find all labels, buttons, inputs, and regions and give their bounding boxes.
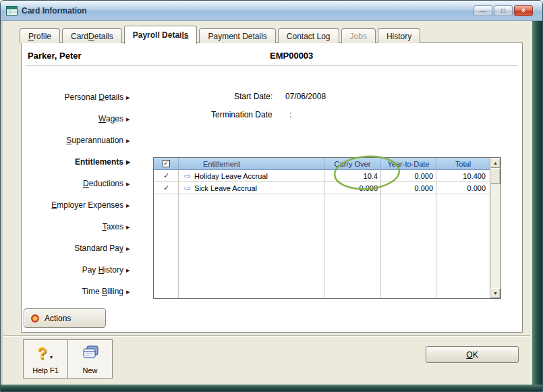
tab-payroll-details[interactable]: Payroll Details [124,26,198,44]
nav-arrow-icon: ▸ [126,179,135,188]
nav-time-billing[interactable]: Time Billing ▸ [22,281,135,302]
close-button[interactable]: × [514,5,533,16]
zoom-arrow-icon[interactable]: ⇨ [184,172,191,180]
table-header-row: ✓ Entitlement Carry Over Year-to-Date To… [154,158,490,170]
actions-icon [31,314,39,323]
help-question-icon: ? [38,345,47,362]
nav-arrow-icon: ▸ [126,287,135,296]
select-all-checkbox[interactable]: ✓ [163,160,170,167]
window-edge-bottom [1,385,542,391]
cell-carry-over[interactable]: 10.4 [324,170,381,181]
tab-card-details[interactable]: Card Details [62,28,122,43]
nav-standard-pay[interactable]: Standard Pay ▸ [22,237,135,259]
nav-arrow-icon: ▸ [126,244,135,253]
help-dropdown-icon[interactable]: ▼ [49,355,54,360]
window-edge-left [1,21,3,385]
scroll-down-icon[interactable]: ▼ [490,288,501,298]
cell-total: 0.000 [436,182,490,194]
nav-personal-details[interactable]: Personal Details ▸ [22,86,135,108]
maximize-button[interactable]: □ [494,5,513,16]
nav-wages[interactable]: Wages ▸ [22,108,135,130]
nav-arrow-icon: ▸ [126,115,135,123]
nav-superannuation[interactable]: Superannuation ▸ [22,130,135,151]
zoom-arrow-icon[interactable]: ⇨ [184,184,191,192]
scrollbar-thumb[interactable] [490,168,501,184]
nav-entitlements[interactable]: Entitlements ▸ [22,151,135,173]
payroll-section-nav: Personal Details ▸ Wages ▸ Superannuatio… [22,86,135,302]
termination-date-separator: : [289,110,291,119]
table-row[interactable]: ✓ ⇨ Holiday Leave Accrual 10.4 0.000 10.… [154,170,490,182]
new-card-icon [81,343,100,361]
nav-arrow-icon: ▸ [126,157,135,167]
nav-employer-expenses[interactable]: Employer Expenses ▸ [22,194,135,216]
table-body: ✓ ⇨ Holiday Leave Accrual 10.4 0.000 10.… [154,170,490,298]
cell-entitlement: Sick Leave Accrual [194,184,257,192]
titlebar[interactable]: Card Information — □ × [1,1,542,21]
scroll-up-icon[interactable]: ▲ [490,158,501,168]
cell-entitlement: Holiday Leave Accrual [194,172,268,180]
header-separator [26,65,518,67]
nav-taxes[interactable]: Taxes ▸ [22,216,135,237]
tab-history[interactable]: History [378,28,420,43]
check-icon[interactable]: ✓ [163,171,169,180]
tab-contact-log[interactable]: Contact Log [278,28,339,43]
new-button-label: New [82,366,97,374]
cell-year-to-date[interactable]: 0.000 [381,170,436,181]
header-carry-over: Carry Over [324,158,381,169]
nav-arrow-icon: ▸ [126,93,135,102]
card-window-icon [6,6,18,16]
header-total: Total [436,158,490,169]
entitlements-table: ✓ Entitlement Carry Over Year-to-Date To… [153,157,501,299]
caption-buttons: — □ × [474,5,533,16]
nav-arrow-icon: ▸ [126,266,135,275]
payroll-details-panel: Parker, Peter EMP00003 Personal Details … [21,43,523,333]
nav-deductions[interactable]: Deductions ▸ [22,173,135,194]
header-entitlement: Entitlement [179,158,324,169]
start-date-label: Start Date: [234,92,273,101]
start-date-value: 07/06/2008 [285,92,326,101]
table-row[interactable]: ✓ ⇨ Sick Leave Accrual 0.000 0.000 0.000 [154,182,490,194]
table-scrollbar[interactable]: ▲ ▼ [490,158,501,298]
card-name: Parker, Peter [28,51,82,61]
cell-year-to-date[interactable]: 0.000 [381,182,436,194]
scrollbar-track[interactable] [490,184,501,288]
check-icon[interactable]: ✓ [163,184,169,192]
nav-arrow-icon: ▸ [126,201,135,210]
minimize-button[interactable]: — [474,5,492,16]
window-edge-right [532,21,542,385]
termination-date-label: Termination Date [211,110,273,119]
tab-payment-details[interactable]: Payment Details [199,28,275,43]
entitlements-table-main: ✓ Entitlement Carry Over Year-to-Date To… [154,158,490,298]
card-information-window: Card Information — □ × Profile Card Deta… [0,0,543,392]
header-year-to-date: Year-to-Date [381,158,436,169]
tab-profile[interactable]: Profile [20,28,60,43]
nav-arrow-icon: ▸ [126,223,135,231]
window-title: Card Information [22,6,474,16]
cell-total: 10.400 [436,170,490,181]
actions-button[interactable]: Actions [24,308,106,328]
tab-jobs: Jobs [341,28,376,43]
nav-arrow-icon: ▸ [126,136,135,145]
help-button-label: Help F1 [32,366,59,374]
cell-carry-over[interactable]: 0.000 [324,182,381,194]
ok-button[interactable]: OK [426,346,519,363]
help-button[interactable]: ? ▼ Help F1 [23,339,68,379]
tab-bar: Profile Card Details Payroll Details Pay… [20,26,422,43]
new-button[interactable]: New [67,339,113,379]
nav-pay-history[interactable]: Pay History ▸ [22,259,135,281]
bottom-separator [3,335,530,337]
employee-id: EMP00003 [270,51,313,61]
